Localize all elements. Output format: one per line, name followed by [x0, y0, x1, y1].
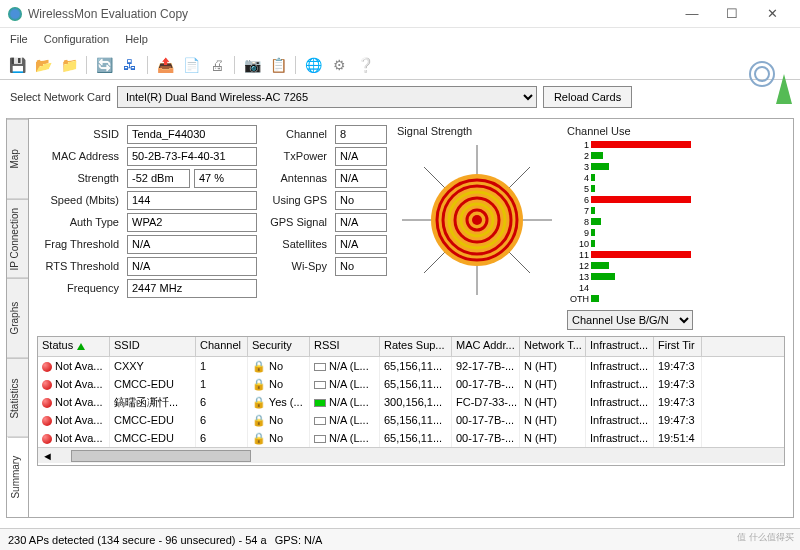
open-icon[interactable]: 📂 [32, 54, 54, 76]
close-button[interactable]: ✕ [752, 0, 792, 28]
main-panel: Map IP Connection Graphs Statistics Summ… [6, 118, 794, 518]
settings-icon[interactable]: ⚙ [328, 54, 350, 76]
adapter-icon[interactable]: 🖧 [119, 54, 141, 76]
channel-bar: 14 [567, 282, 697, 293]
gpssignal-value: N/A [335, 213, 387, 232]
channel-use-panel: Channel Use 1234567891011121314OTH Chann… [567, 125, 697, 330]
field-column-1: SSIDTenda_F44030 MAC Address50-2B-73-F4-… [37, 125, 257, 330]
grid-header-cell[interactable]: Status [38, 337, 110, 356]
tab-ip[interactable]: IP Connection [7, 199, 28, 279]
menu-configuration[interactable]: Configuration [44, 33, 109, 45]
channel-bar: 5 [567, 183, 697, 194]
wispy-value: No [335, 257, 387, 276]
freq-label: Frequency [37, 279, 123, 298]
grid-header[interactable]: StatusSSIDChannelSecurityRSSIRates Sup..… [38, 337, 784, 357]
channel-bar: 11 [567, 249, 697, 260]
table-row[interactable]: Not Ava...鎬曘函凘忏...6🔒 Yes (...N/A (L...30… [38, 393, 784, 411]
table-row[interactable]: Not Ava...CMCC-EDU6🔒 NoN/A (L...65,156,1… [38, 429, 784, 447]
grid-header-cell[interactable]: First Tir [654, 337, 702, 356]
strength-db-value: -52 dBm [127, 169, 190, 188]
svg-point-14 [472, 215, 482, 225]
signal-strength-panel: Signal Strength [397, 125, 557, 330]
table-row[interactable]: Not Ava...CMCC-EDU6🔒 NoN/A (L...65,156,1… [38, 411, 784, 429]
log-icon[interactable]: 📄 [180, 54, 202, 76]
grid-header-cell[interactable]: MAC Addr... [452, 337, 520, 356]
print-icon[interactable]: 🖨 [206, 54, 228, 76]
grid-header-cell[interactable]: Rates Sup... [380, 337, 452, 356]
grid-header-cell[interactable]: Security [248, 337, 310, 356]
satellites-label: Satellites [267, 235, 331, 254]
tab-statistics[interactable]: Statistics [7, 358, 28, 438]
txpower-value: N/A [335, 147, 387, 166]
tab-summary[interactable]: Summary [7, 437, 28, 517]
gps-icon[interactable]: 🌐 [302, 54, 324, 76]
auth-value: WPA2 [127, 213, 257, 232]
window-title: WirelessMon Evaluation Copy [28, 7, 672, 21]
grid-header-cell[interactable]: Infrastruct... [586, 337, 654, 356]
svg-point-0 [750, 62, 774, 86]
status-gps: GPS: N/A [275, 534, 323, 546]
signal-title: Signal Strength [397, 125, 557, 137]
frag-value: N/A [127, 235, 257, 254]
channel-bar: 12 [567, 260, 697, 271]
status-aps: 230 APs detected (134 secure - 96 unsecu… [8, 534, 267, 546]
table-row[interactable]: Not Ava...CXXY1🔒 NoN/A (L...65,156,11...… [38, 357, 784, 375]
menu-help[interactable]: Help [125, 33, 148, 45]
networks-grid[interactable]: StatusSSIDChannelSecurityRSSIRates Sup..… [37, 336, 785, 466]
auth-label: Auth Type [37, 213, 123, 232]
channel-bar: 7 [567, 205, 697, 216]
channel-bar: 13 [567, 271, 697, 282]
reload-cards-button[interactable]: Reload Cards [543, 86, 632, 108]
channel-bar: OTH [567, 293, 697, 304]
mac-label: MAC Address [37, 147, 123, 166]
save-icon[interactable]: 💾 [6, 54, 28, 76]
network-card-row: Select Network Card Intel(R) Dual Band W… [0, 80, 800, 114]
satellites-value: N/A [335, 235, 387, 254]
menu-file[interactable]: File [10, 33, 28, 45]
status-bar: 230 APs detected (134 secure - 96 unsecu… [0, 528, 800, 550]
strength-label: Strength [37, 169, 123, 188]
field-column-2: Channel8 TxPowerN/A AntennasN/A Using GP… [267, 125, 387, 330]
folder-icon[interactable]: 📁 [58, 54, 80, 76]
strength-pct-value: 47 % [194, 169, 257, 188]
network-card-label: Select Network Card [10, 91, 111, 103]
export-icon[interactable]: 📤 [154, 54, 176, 76]
help-icon[interactable]: ❔ [354, 54, 376, 76]
channel-bar: 8 [567, 216, 697, 227]
toolbar: 💾 📂 📁 🔄 🖧 📤 📄 🖨 📷 📋 🌐 ⚙ ❔ [0, 50, 800, 80]
minimize-button[interactable]: — [672, 0, 712, 28]
grid-header-cell[interactable]: Channel [196, 337, 248, 356]
grid-horizontal-scrollbar[interactable]: ◄ [38, 447, 784, 463]
network-card-select[interactable]: Intel(R) Dual Band Wireless-AC 7265 [117, 86, 537, 108]
watermark: 值 什么值得买 [737, 531, 794, 544]
channel-bar: 2 [567, 150, 697, 161]
menubar: File Configuration Help [0, 28, 800, 50]
table-row[interactable]: Not Ava...CMCC-EDU1🔒 NoN/A (L...65,156,1… [38, 375, 784, 393]
refresh-icon[interactable]: 🔄 [93, 54, 115, 76]
wispy-label: Wi-Spy [267, 257, 331, 276]
tab-map[interactable]: Map [7, 119, 28, 199]
speed-value: 144 [127, 191, 257, 210]
channel-label: Channel [267, 125, 331, 144]
clipboard-icon[interactable]: 📋 [267, 54, 289, 76]
channel-use-select[interactable]: Channel Use B/G/N [567, 310, 693, 330]
channel-bar: 6 [567, 194, 697, 205]
maximize-button[interactable]: ☐ [712, 0, 752, 28]
antennas-label: Antennas [267, 169, 331, 188]
channel-bar: 10 [567, 238, 697, 249]
titlebar: WirelessMon Evaluation Copy — ☐ ✕ [0, 0, 800, 28]
snapshot-icon[interactable]: 📷 [241, 54, 263, 76]
channel-use-title: Channel Use [567, 125, 697, 137]
grid-header-cell[interactable]: Network T... [520, 337, 586, 356]
rts-value: N/A [127, 257, 257, 276]
svg-marker-2 [776, 74, 792, 104]
gpssignal-label: GPS Signal [267, 213, 331, 232]
channel-bar: 1 [567, 139, 697, 150]
gps-label: Using GPS [267, 191, 331, 210]
grid-header-cell[interactable]: SSID [110, 337, 196, 356]
svg-point-1 [755, 67, 769, 81]
grid-header-cell[interactable]: RSSI [310, 337, 380, 356]
channel-value: 8 [335, 125, 387, 144]
tab-graphs[interactable]: Graphs [7, 278, 28, 358]
channel-bar: 4 [567, 172, 697, 183]
